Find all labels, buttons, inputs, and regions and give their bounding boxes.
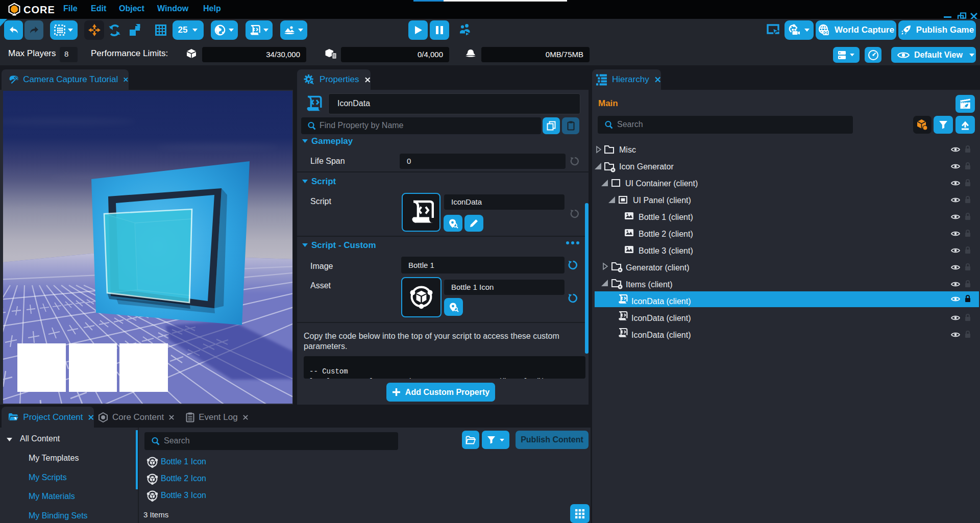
svg-text:UI Panel (client): UI Panel (client)	[633, 196, 691, 205]
svg-text:IconData (client): IconData (client)	[631, 331, 691, 339]
svg-text:Bottle 3 (client): Bottle 3 (client)	[639, 246, 693, 255]
svg-text:IconData (client): IconData (client)	[631, 314, 691, 322]
svg-text:IconData (client): IconData (client)	[631, 297, 691, 306]
svg-text:CORE: CORE	[23, 4, 55, 15]
svg-text:Items (client): Items (client)	[626, 280, 673, 289]
svg-text:Generator (client): Generator (client)	[626, 263, 690, 272]
svg-text:Misc: Misc	[619, 145, 636, 154]
svg-text:UI Container (client): UI Container (client)	[625, 179, 698, 188]
svg-text:Bottle 2 (client): Bottle 2 (client)	[639, 230, 693, 238]
svg-text:Bottle 1 (client): Bottle 1 (client)	[639, 213, 693, 221]
svg-text:Icon Generator: Icon Generator	[619, 162, 674, 171]
